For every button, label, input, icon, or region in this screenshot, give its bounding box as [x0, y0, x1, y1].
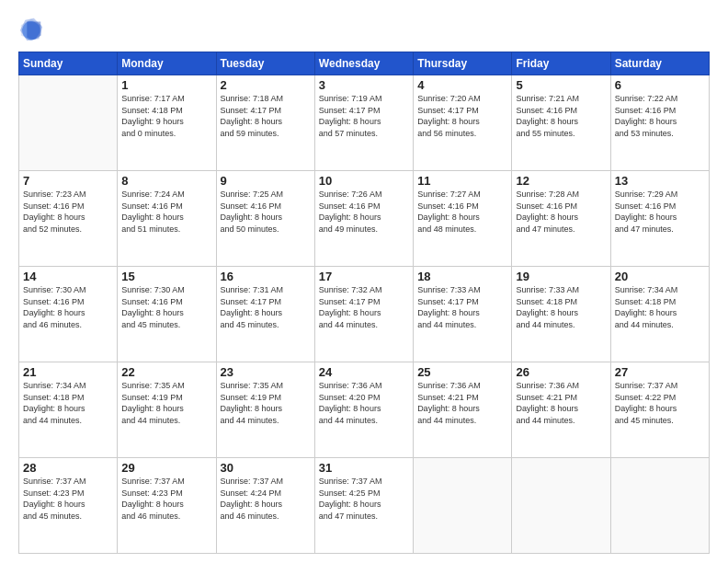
calendar-cell: 31Sunrise: 7:37 AM Sunset: 4:25 PM Dayli…: [314, 458, 413, 554]
day-number: 12: [516, 174, 606, 188]
day-info: Sunrise: 7:35 AM Sunset: 4:19 PM Dayligh…: [121, 380, 211, 426]
day-number: 5: [516, 78, 606, 92]
calendar-cell: 16Sunrise: 7:31 AM Sunset: 4:17 PM Dayli…: [216, 267, 314, 362]
calendar-cell: 12Sunrise: 7:28 AM Sunset: 4:16 PM Dayli…: [512, 171, 610, 267]
calendar-week-row: 7Sunrise: 7:23 AM Sunset: 4:16 PM Daylig…: [19, 171, 710, 267]
day-info: Sunrise: 7:26 AM Sunset: 4:16 PM Dayligh…: [319, 189, 409, 235]
calendar-cell: 6Sunrise: 7:22 AM Sunset: 4:16 PM Daylig…: [610, 75, 709, 171]
day-number: 10: [319, 174, 409, 188]
calendar-cell: 4Sunrise: 7:20 AM Sunset: 4:17 PM Daylig…: [414, 75, 512, 171]
calendar-week-row: 21Sunrise: 7:34 AM Sunset: 4:18 PM Dayli…: [19, 362, 710, 458]
day-number: 31: [319, 461, 409, 475]
calendar-cell: 9Sunrise: 7:25 AM Sunset: 4:16 PM Daylig…: [216, 171, 314, 267]
day-info: Sunrise: 7:34 AM Sunset: 4:18 PM Dayligh…: [23, 380, 113, 426]
day-info: Sunrise: 7:30 AM Sunset: 4:16 PM Dayligh…: [23, 284, 113, 330]
day-info: Sunrise: 7:36 AM Sunset: 4:21 PM Dayligh…: [516, 380, 606, 426]
calendar-cell: 10Sunrise: 7:26 AM Sunset: 4:16 PM Dayli…: [314, 171, 413, 267]
col-saturday: Saturday: [610, 52, 709, 75]
day-number: 6: [615, 78, 705, 92]
calendar-cell: 3Sunrise: 7:19 AM Sunset: 4:17 PM Daylig…: [314, 75, 413, 171]
day-number: 14: [23, 270, 113, 283]
calendar-cell: 13Sunrise: 7:29 AM Sunset: 4:16 PM Dayli…: [610, 171, 709, 267]
calendar-week-row: 1Sunrise: 7:17 AM Sunset: 4:18 PM Daylig…: [19, 75, 710, 171]
day-number: 26: [516, 365, 606, 379]
day-info: Sunrise: 7:31 AM Sunset: 4:17 PM Dayligh…: [221, 284, 311, 330]
calendar-cell: 27Sunrise: 7:37 AM Sunset: 4:22 PM Dayli…: [610, 362, 709, 458]
calendar-cell: [610, 458, 709, 554]
day-info: Sunrise: 7:37 AM Sunset: 4:22 PM Dayligh…: [615, 380, 705, 426]
logo-icon: [18, 17, 44, 42]
day-info: Sunrise: 7:20 AM Sunset: 4:17 PM Dayligh…: [417, 93, 507, 139]
day-number: 8: [121, 174, 211, 188]
logo: [18, 17, 48, 42]
day-number: 22: [121, 365, 211, 379]
day-info: Sunrise: 7:37 AM Sunset: 4:23 PM Dayligh…: [121, 476, 211, 522]
page: Sunday Monday Tuesday Wednesday Thursday…: [0, 0, 728, 563]
day-info: Sunrise: 7:22 AM Sunset: 4:16 PM Dayligh…: [615, 93, 705, 139]
day-info: Sunrise: 7:33 AM Sunset: 4:17 PM Dayligh…: [417, 284, 507, 330]
calendar-cell: 18Sunrise: 7:33 AM Sunset: 4:17 PM Dayli…: [414, 267, 512, 362]
calendar-cell: [19, 75, 118, 171]
col-tuesday: Tuesday: [216, 52, 314, 75]
calendar: Sunday Monday Tuesday Wednesday Thursday…: [18, 52, 710, 554]
calendar-cell: [512, 458, 610, 554]
day-number: 30: [221, 461, 311, 475]
day-number: 3: [319, 78, 409, 92]
header: [18, 17, 710, 42]
calendar-header-row: Sunday Monday Tuesday Wednesday Thursday…: [19, 52, 710, 75]
day-number: 19: [516, 270, 606, 283]
day-number: 20: [615, 270, 705, 283]
calendar-cell: 5Sunrise: 7:21 AM Sunset: 4:16 PM Daylig…: [512, 75, 610, 171]
col-thursday: Thursday: [414, 52, 512, 75]
calendar-cell: 26Sunrise: 7:36 AM Sunset: 4:21 PM Dayli…: [512, 362, 610, 458]
day-info: Sunrise: 7:37 AM Sunset: 4:25 PM Dayligh…: [319, 476, 409, 522]
calendar-week-row: 14Sunrise: 7:30 AM Sunset: 4:16 PM Dayli…: [19, 267, 710, 362]
calendar-cell: 24Sunrise: 7:36 AM Sunset: 4:20 PM Dayli…: [314, 362, 413, 458]
day-info: Sunrise: 7:17 AM Sunset: 4:18 PM Dayligh…: [121, 93, 211, 139]
calendar-cell: 20Sunrise: 7:34 AM Sunset: 4:18 PM Dayli…: [610, 267, 709, 362]
calendar-cell: 29Sunrise: 7:37 AM Sunset: 4:23 PM Dayli…: [118, 458, 216, 554]
day-number: 7: [23, 174, 113, 188]
calendar-cell: 15Sunrise: 7:30 AM Sunset: 4:16 PM Dayli…: [118, 267, 216, 362]
calendar-cell: 21Sunrise: 7:34 AM Sunset: 4:18 PM Dayli…: [19, 362, 118, 458]
day-info: Sunrise: 7:19 AM Sunset: 4:17 PM Dayligh…: [319, 93, 409, 139]
day-number: 1: [121, 78, 211, 92]
day-number: 11: [417, 174, 507, 188]
calendar-cell: 28Sunrise: 7:37 AM Sunset: 4:23 PM Dayli…: [19, 458, 118, 554]
day-info: Sunrise: 7:36 AM Sunset: 4:21 PM Dayligh…: [417, 380, 507, 426]
day-number: 24: [319, 365, 409, 379]
day-info: Sunrise: 7:30 AM Sunset: 4:16 PM Dayligh…: [121, 284, 211, 330]
day-info: Sunrise: 7:37 AM Sunset: 4:23 PM Dayligh…: [23, 476, 113, 522]
day-number: 9: [221, 174, 311, 188]
day-info: Sunrise: 7:37 AM Sunset: 4:24 PM Dayligh…: [221, 476, 311, 522]
day-number: 15: [121, 270, 211, 283]
day-number: 28: [23, 461, 113, 475]
calendar-cell: 30Sunrise: 7:37 AM Sunset: 4:24 PM Dayli…: [216, 458, 314, 554]
calendar-cell: 14Sunrise: 7:30 AM Sunset: 4:16 PM Dayli…: [19, 267, 118, 362]
calendar-cell: 25Sunrise: 7:36 AM Sunset: 4:21 PM Dayli…: [414, 362, 512, 458]
day-info: Sunrise: 7:33 AM Sunset: 4:18 PM Dayligh…: [516, 284, 606, 330]
calendar-cell: 19Sunrise: 7:33 AM Sunset: 4:18 PM Dayli…: [512, 267, 610, 362]
calendar-cell: 22Sunrise: 7:35 AM Sunset: 4:19 PM Dayli…: [118, 362, 216, 458]
day-info: Sunrise: 7:34 AM Sunset: 4:18 PM Dayligh…: [615, 284, 705, 330]
day-number: 4: [417, 78, 507, 92]
calendar-cell: 17Sunrise: 7:32 AM Sunset: 4:17 PM Dayli…: [314, 267, 413, 362]
day-info: Sunrise: 7:29 AM Sunset: 4:16 PM Dayligh…: [615, 189, 705, 235]
col-sunday: Sunday: [19, 52, 118, 75]
day-number: 16: [221, 270, 311, 283]
day-number: 18: [417, 270, 507, 283]
calendar-cell: 23Sunrise: 7:35 AM Sunset: 4:19 PM Dayli…: [216, 362, 314, 458]
day-info: Sunrise: 7:21 AM Sunset: 4:16 PM Dayligh…: [516, 93, 606, 139]
calendar-cell: 8Sunrise: 7:24 AM Sunset: 4:16 PM Daylig…: [118, 171, 216, 267]
calendar-cell: 11Sunrise: 7:27 AM Sunset: 4:16 PM Dayli…: [414, 171, 512, 267]
day-info: Sunrise: 7:27 AM Sunset: 4:16 PM Dayligh…: [417, 189, 507, 235]
day-number: 23: [221, 365, 311, 379]
calendar-cell: 7Sunrise: 7:23 AM Sunset: 4:16 PM Daylig…: [19, 171, 118, 267]
col-friday: Friday: [512, 52, 610, 75]
day-info: Sunrise: 7:18 AM Sunset: 4:17 PM Dayligh…: [221, 93, 311, 139]
col-wednesday: Wednesday: [314, 52, 413, 75]
day-number: 25: [417, 365, 507, 379]
day-info: Sunrise: 7:35 AM Sunset: 4:19 PM Dayligh…: [221, 380, 311, 426]
day-info: Sunrise: 7:25 AM Sunset: 4:16 PM Dayligh…: [221, 189, 311, 235]
day-number: 13: [615, 174, 705, 188]
